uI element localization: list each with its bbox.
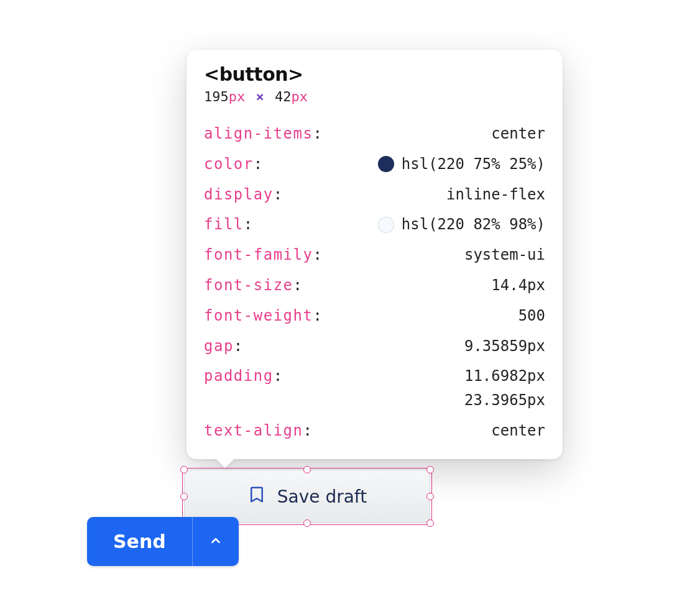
- send-dropdown-toggle[interactable]: [192, 517, 239, 566]
- send-button[interactable]: Send: [87, 517, 192, 566]
- css-property-value: center: [491, 420, 545, 442]
- chevron-up-icon: [209, 534, 223, 549]
- css-property-row: font-family:system-ui: [204, 244, 545, 266]
- css-property-value: 500: [518, 305, 545, 327]
- color-swatch: [378, 156, 394, 172]
- css-property-row: font-size:14.4px: [204, 275, 545, 296]
- css-property-value-text: hsl(220 82% 98%): [402, 214, 545, 235]
- css-property-row: display:inline-flex: [204, 184, 545, 206]
- css-property-row: align-items:center: [204, 123, 545, 145]
- css-property-row: text-align:center: [204, 420, 545, 442]
- css-property-row: color:hsl(220 75% 25%): [204, 153, 545, 175]
- css-property-name: gap:: [204, 336, 242, 357]
- css-property-value-text: 14.4px: [491, 275, 545, 296]
- css-property-value-text: inline-flex: [446, 184, 545, 206]
- dimension-width: 195: [204, 89, 229, 104]
- css-property-name: font-family:: [204, 244, 322, 266]
- css-property-value-text: center: [491, 420, 545, 442]
- dimension-separator: ×: [254, 89, 267, 104]
- css-property-value: hsl(220 82% 98%): [378, 214, 545, 235]
- css-property-name: text-align:: [204, 420, 312, 442]
- dimension-unit: px: [229, 89, 246, 104]
- css-property-row: font-weight:500: [204, 305, 545, 327]
- inspected-element-tag: <button>: [204, 63, 545, 85]
- css-property-value: 14.4px: [491, 275, 545, 296]
- css-property-row: fill:hsl(220 82% 98%): [204, 214, 545, 235]
- css-property-name: display:: [204, 184, 282, 206]
- css-property-value: inline-flex: [446, 184, 545, 206]
- css-property-value-line: 23.3965px: [464, 390, 545, 411]
- css-property-value-text: 500: [518, 305, 545, 327]
- inspected-element-dimensions: 195px × 42px: [204, 89, 545, 104]
- save-draft-label: Save draft: [277, 487, 367, 507]
- css-property-value: system-ui: [464, 244, 545, 266]
- css-property-value: hsl(220 75% 25%): [378, 153, 545, 175]
- save-draft-button[interactable]: Save draft: [184, 470, 430, 523]
- css-property-name: font-size:: [204, 275, 302, 296]
- bookmark-icon: [247, 485, 266, 508]
- css-property-value-text: hsl(220 75% 25%): [402, 153, 545, 175]
- send-split-button: Send: [87, 517, 239, 566]
- css-property-value-text: system-ui: [464, 244, 545, 266]
- css-property-name: padding:: [204, 365, 282, 387]
- css-property-value-text: center: [491, 123, 545, 145]
- css-property-value: center: [491, 123, 545, 145]
- dimension-height: 42: [275, 89, 292, 104]
- css-property-name: fill:: [204, 214, 252, 235]
- css-property-list: align-items:centercolor:hsl(220 75% 25%)…: [204, 123, 545, 442]
- css-property-name: align-items:: [204, 123, 322, 145]
- css-property-value: 9.35859px: [464, 336, 545, 357]
- css-property-row: gap:9.35859px: [204, 336, 545, 357]
- css-property-name: color:: [204, 153, 262, 175]
- css-property-value-text: 9.35859px: [464, 336, 545, 357]
- send-button-label: Send: [113, 531, 166, 552]
- selected-element-wrapper: Save draft: [184, 470, 430, 523]
- css-property-value-line: 11.6982px: [464, 365, 545, 387]
- css-property-name: font-weight:: [204, 305, 322, 327]
- color-swatch: [378, 217, 394, 233]
- css-inspector-tooltip: <button> 195px × 42px align-items:center…: [187, 50, 563, 459]
- css-property-row: padding:11.6982px23.3965px: [204, 365, 545, 411]
- dimension-unit: px: [292, 89, 308, 104]
- css-property-value: 11.6982px23.3965px: [464, 365, 545, 411]
